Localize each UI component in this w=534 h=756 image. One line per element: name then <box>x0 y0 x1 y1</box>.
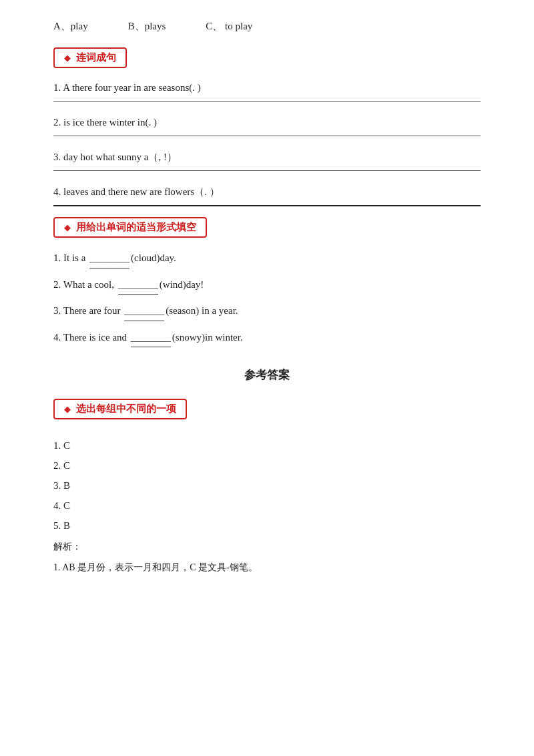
sentence-item-3: 3. day hot what sunny a（, !） <box>53 148 481 166</box>
underline-2 <box>53 136 481 136</box>
answer-4: 4. C <box>53 496 481 516</box>
answer-section: 1. C 2. C 3. B 4. C 5. B <box>53 435 481 536</box>
fill-suffix-1: (cloud)day. <box>131 252 176 263</box>
option-b: B、plays <box>128 20 166 33</box>
option-a: A、play <box>53 20 88 33</box>
sentence-item-1: 1. A there four year in are seasons(. ) <box>53 79 481 97</box>
fill-suffix-4: (snowy)in winter. <box>172 332 243 343</box>
underline-1 <box>53 101 481 102</box>
fill-suffix-2: (wind)day! <box>160 279 204 290</box>
answer-3: 3. B <box>53 476 481 496</box>
option-c: C、 to play <box>206 20 252 33</box>
section1-items: 1. A there four year in are seasons(. ) … <box>53 79 481 206</box>
fill-prefix-3: 3. There are four <box>53 305 123 316</box>
sentence-item-4: 4. leaves and there new are flowers（. ） <box>53 183 481 201</box>
fill-blank-2: ________ <box>118 275 158 295</box>
options-row: A、play B、plays C、 to play <box>53 20 481 33</box>
thick-divider <box>53 205 481 206</box>
diamond-icon-1: ◆ <box>64 53 71 63</box>
fill-suffix-3: (season) in a year. <box>166 305 238 316</box>
sentence-item-2: 2. is ice there winter in(. ) <box>53 114 481 132</box>
fill-item-3: 3. There are four ________(season) in a … <box>53 301 481 321</box>
fill-prefix-1: 1. It is a <box>53 252 88 263</box>
section3-label: 选出每组中不同的一项 <box>76 403 176 415</box>
section2-title-box: ◆ 用给出单词的适当形式填空 <box>53 217 207 238</box>
fill-blank-3: ________ <box>124 301 164 321</box>
fill-item-1: 1. It is a ________(cloud)day. <box>53 248 481 268</box>
fill-prefix-4: 4. There is ice and <box>53 332 129 343</box>
note-label: 解析： <box>53 538 481 556</box>
fill-blank-4: ________ <box>131 328 171 348</box>
fill-item-2: 2. What a cool, ________(wind)day! <box>53 275 481 295</box>
answer-1: 1. C <box>53 435 481 455</box>
section2-items: 1. It is a ________(cloud)day. 2. What a… <box>53 248 481 347</box>
note-label-text: 解析： <box>53 542 81 552</box>
diamond-icon-2: ◆ <box>64 222 71 233</box>
fill-prefix-2: 2. What a cool, <box>53 279 117 290</box>
section1-title-box: ◆ 连词成句 <box>53 47 127 68</box>
underline-3 <box>53 170 481 171</box>
section2-label: 用给出单词的适当形式填空 <box>76 221 196 234</box>
answer-2: 2. C <box>53 455 481 476</box>
section3-title-box: ◆ 选出每组中不同的一项 <box>53 399 187 419</box>
note-text: 1. AB 是月份，表示一月和四月，C 是文具-钢笔。 <box>53 559 481 577</box>
section1-label: 连词成句 <box>76 51 116 64</box>
diamond-icon-3: ◆ <box>64 404 71 415</box>
answer-5: 5. B <box>53 516 481 536</box>
answer-title: 参考答案 <box>53 367 481 383</box>
fill-blank-1: ________ <box>89 248 129 268</box>
fill-item-4: 4. There is ice and ________(snowy)in wi… <box>53 328 481 348</box>
